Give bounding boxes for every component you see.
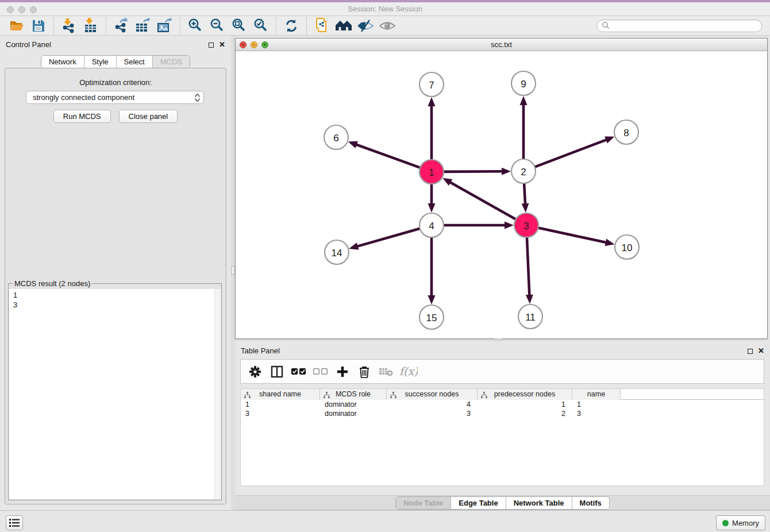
graph-edge-1-6[interactable] — [356, 144, 420, 168]
table-cell[interactable]: dominator — [320, 409, 387, 418]
search-input[interactable] — [610, 21, 757, 30]
table-row[interactable]: 3dominator323 — [241, 409, 764, 418]
import-table-icon[interactable] — [80, 17, 102, 35]
os-titlebar: Session: New Session — [0, 0, 770, 16]
network-graph[interactable]: 7968124314101511 — [236, 51, 767, 338]
graph-node-label: 9 — [521, 79, 526, 90]
application-window: Session: New Session — [0, 0, 770, 532]
column-header-successor-nodes[interactable]: successor nodes — [387, 389, 478, 400]
zoom-fit-icon[interactable] — [228, 17, 250, 35]
table-cell[interactable]: 3 — [241, 409, 320, 418]
table-cell[interactable]: 2 — [478, 409, 572, 418]
table-row[interactable]: 1dominator411 — [241, 400, 764, 409]
network-resize-grip[interactable] — [494, 338, 502, 341]
graph-node-label: 8 — [623, 128, 629, 138]
graph-edge-3-1[interactable] — [449, 182, 515, 219]
tab-node-table[interactable]: Node Table — [396, 497, 451, 509]
graph-edge-1-2[interactable] — [444, 171, 503, 172]
export-network-icon[interactable] — [110, 17, 132, 35]
graph-edge-2-8[interactable] — [535, 140, 607, 167]
table-options-icon[interactable] — [245, 362, 265, 381]
table-cell[interactable]: 1 — [478, 400, 572, 409]
table-cell[interactable]: 1 — [241, 400, 320, 409]
export-table-icon[interactable] — [132, 17, 154, 35]
home-icon[interactable] — [333, 17, 355, 35]
toolbar-separator — [276, 17, 276, 34]
tab-edge-table[interactable]: Edge Table — [451, 497, 505, 509]
refresh-layout-icon[interactable] — [280, 17, 302, 35]
zoom-in-icon[interactable] — [184, 17, 206, 35]
graph-node-label: 3 — [523, 221, 529, 232]
tab-network-table[interactable]: Network Table — [506, 497, 572, 509]
graph-node-label: 15 — [426, 313, 437, 323]
run-mcds-button[interactable]: Run MCDS — [53, 110, 111, 123]
import-network-icon[interactable] — [58, 17, 80, 35]
mcds-result-title: MCDS result (2 nodes) — [13, 279, 92, 288]
table-cell[interactable]: dominator — [320, 400, 387, 409]
memory-button[interactable]: Memory — [716, 515, 765, 530]
column-header-predecessor-nodes[interactable]: predecessor nodes — [478, 389, 572, 400]
result-scrollbar[interactable] — [214, 289, 221, 499]
graph-edge-arrowhead — [520, 96, 528, 105]
unselect-all-rows-icon[interactable] — [311, 362, 330, 381]
copy-network-to-ndex-icon[interactable] — [311, 17, 333, 35]
table-cell[interactable]: 3 — [572, 409, 621, 418]
select-all-rows-icon[interactable] — [289, 362, 309, 381]
table-cell[interactable]: 4 — [387, 400, 478, 409]
preview-eye-icon[interactable] — [376, 17, 398, 35]
optimization-criterion-label: Optimization criterion: — [5, 78, 226, 87]
open-session-icon[interactable] — [6, 17, 28, 35]
column-tree-icon — [244, 391, 251, 400]
tab-mcds[interactable]: MCDS — [152, 56, 190, 68]
table-cell[interactable]: 1 — [572, 400, 621, 409]
criterion-select[interactable]: strongly connected component — [26, 91, 204, 104]
column-header-shared-name[interactable]: shared name — [241, 389, 320, 400]
export-image-icon[interactable] — [154, 17, 176, 35]
tab-select[interactable]: Select — [116, 56, 152, 68]
close-table-panel-icon[interactable]: ✕ — [758, 348, 764, 354]
show-columns-icon[interactable] — [267, 362, 287, 381]
graph-edge-arrowhead — [605, 239, 614, 246]
mcds-result-textarea[interactable]: 13 — [9, 289, 221, 499]
mcds-result-groupbox: MCDS result (2 nodes) 13 — [8, 283, 222, 500]
graph-edge-arrowhead — [502, 168, 511, 175]
criterion-value: strongly connected component — [33, 93, 134, 102]
panel-splitter[interactable] — [231, 36, 235, 510]
save-session-icon[interactable] — [28, 17, 49, 35]
zoom-selected-icon[interactable] — [250, 17, 272, 35]
graph-node-label: 1 — [429, 167, 434, 178]
hide-glasses-icon[interactable] — [355, 17, 376, 35]
graph-edge-arrowhead — [428, 97, 436, 106]
search-field[interactable] — [596, 20, 762, 32]
delete-columns-icon[interactable] — [355, 362, 374, 381]
column-header-name[interactable]: name — [572, 389, 621, 400]
graph-edge-3-10[interactable] — [538, 228, 607, 242]
network-window-titlebar[interactable]: × − + scc.txt — [236, 38, 767, 51]
splitter-grip[interactable] — [231, 266, 235, 275]
graph-edge-arrowhead — [349, 242, 359, 250]
close-panel-button[interactable]: Close panel — [119, 110, 178, 123]
tab-style[interactable]: Style — [84, 56, 116, 68]
graph-edge-2-3[interactable] — [524, 183, 525, 205]
network-canvas[interactable]: 7968124314101511 — [236, 51, 767, 338]
float-panel-icon[interactable] — [209, 43, 214, 48]
float-table-panel-icon[interactable] — [748, 349, 753, 354]
add-column-icon[interactable] — [333, 362, 352, 381]
delete-table-icon[interactable] — [376, 362, 396, 381]
task-history-button[interactable] — [6, 515, 23, 530]
function-builder-icon[interactable]: f(x) — [398, 362, 418, 381]
column-header-MCDS-role[interactable]: MCDS role — [320, 389, 387, 400]
table-cell[interactable]: 3 — [387, 409, 478, 418]
graph-node-label: 4 — [429, 221, 434, 232]
tab-motifs[interactable]: Motifs — [572, 497, 609, 509]
graph-edge-3-11[interactable] — [527, 237, 529, 296]
tab-network[interactable]: Network — [41, 56, 84, 68]
graph-edge-4-14[interactable] — [357, 229, 420, 246]
close-panel-icon[interactable]: ✕ — [219, 41, 225, 48]
graph-edge-arrowhead — [526, 295, 533, 304]
mcds-result-line: 1 — [13, 290, 217, 300]
graph-node-label: 11 — [525, 312, 536, 323]
zoom-out-icon[interactable] — [206, 17, 228, 35]
graph-edge-arrowhead — [428, 295, 436, 304]
graph-edge-arrowhead — [605, 136, 614, 143]
